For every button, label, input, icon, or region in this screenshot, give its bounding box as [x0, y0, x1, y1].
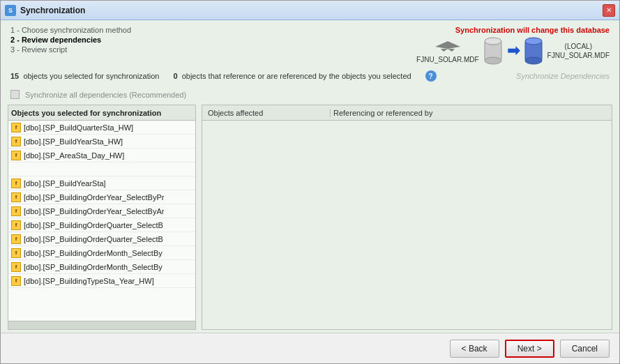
col2-header: Referencing or referenced by	[331, 109, 435, 117]
selected-count-label: 15 objects you selected for synchronizat…	[10, 72, 159, 80]
reference-count: 0	[173, 72, 177, 80]
dest-db-name: FJNU_SOLAR.MDF	[547, 52, 610, 59]
close-button[interactable]: ✕	[603, 4, 615, 17]
reference-label-text: objects that reference or are referenced…	[182, 72, 411, 80]
svg-point-6	[525, 38, 542, 45]
sync-info-area: Synchronization will change this databas…	[416, 26, 610, 65]
selected-panel-header-text: Objects you selected for synchronization	[11, 109, 161, 117]
sync-warning: Synchronization will change this databas…	[455, 26, 610, 34]
list-item: f [dbo].[SP_BuildingOrderMonth_SelectBy	[8, 246, 195, 260]
content-area: 1 - Choose synchronization method 2 - Re…	[1, 20, 619, 333]
sp-icon: f	[11, 234, 21, 244]
row-text: [dbo].[SP_BuildYearSta_HW]	[24, 137, 123, 146]
row-text: [dbo].[SP_BuildYearSta]	[24, 179, 106, 188]
row-text: [dbo].[SP_BuildingOrderYear_SelectByPr	[24, 193, 164, 202]
sp-icon: f	[11, 276, 21, 286]
svg-point-4	[485, 57, 501, 64]
row-text: [dbo].[SP_BuildingOrderQuarter_SelectB	[24, 221, 163, 229]
svg-marker-0	[435, 41, 460, 49]
reference-count-label: 0 objects that reference or are referenc…	[173, 72, 411, 80]
cancel-button[interactable]: Cancel	[560, 340, 610, 358]
selected-count: 15	[10, 72, 19, 80]
row-text: [dbo].[SP_BuildingTypeSta_Year_HW]	[24, 277, 154, 285]
row-text: [dbo].[SP_BuildingOrderMonth_SelectBy	[24, 249, 162, 257]
step-2: 2 - Review dependencies	[10, 36, 131, 44]
list-item: f [dbo].[SP_BuildingOrderYear_SelectByPr	[8, 190, 195, 204]
list-item: f [dbo].[SP_BuildingOrderQuarter_SelectB	[8, 218, 195, 232]
next-button[interactable]: Next >	[505, 340, 554, 358]
affected-panel-header: Objects affected Referencing or referenc…	[202, 105, 612, 121]
footer: < Back Next > Cancel	[1, 333, 619, 363]
sp-icon: f	[11, 206, 21, 216]
selected-objects-list[interactable]: f [dbo].[SP_BuildQuarterSta_HW] f [dbo].…	[8, 121, 195, 321]
sync-deps-checkbox[interactable]	[10, 90, 20, 99]
selected-panel-header: Objects you selected for synchronization	[8, 105, 195, 121]
horizontal-scrollbar-left[interactable]	[8, 321, 195, 329]
sp-icon: f	[11, 262, 21, 272]
tables-row: Objects you selected for synchronization…	[8, 105, 612, 330]
list-item: f [dbo].[SP_BuildYearSta_HW]	[8, 135, 195, 149]
counts-row: 15 objects you selected for synchronizat…	[8, 68, 612, 84]
svg-marker-1	[441, 49, 455, 52]
list-item: f [dbo].[SP_AreaSta_Day_HW]	[8, 149, 195, 162]
dest-db-note: (LOCAL)	[565, 43, 592, 50]
row-text: [dbo].[SP_BuildingOrderMonth_SelectBy	[24, 263, 162, 271]
arrow-icon: ➡	[507, 42, 520, 60]
db-flow: FJNU_SOLAR.MDF ➡	[416, 37, 610, 65]
list-item: f [dbo].[SP_BuildQuarterSta_HW]	[8, 121, 195, 135]
back-button[interactable]: < Back	[450, 340, 499, 358]
sync-deps-row: Synchronize all dependencies (Recommende…	[8, 89, 612, 100]
sp-icon: f	[11, 192, 21, 202]
sync-deps-label: Synchronize all dependencies (Recommende…	[25, 91, 186, 99]
source-db-icon: FJNU_SOLAR.MDF	[416, 39, 478, 63]
source-db-name: FJNU_SOLAR.MDF	[416, 56, 478, 63]
help-icon[interactable]: ?	[425, 70, 437, 82]
main-window: S Synchronization ✕ 1 - Choose synchroni…	[0, 0, 620, 364]
selected-label-text: objects you selected for synchronization	[23, 72, 159, 80]
row-text: [dbo].[SP_BuildQuarterSta_HW]	[24, 123, 133, 132]
list-item: f [dbo].[SP_BuildingOrderMonth_SelectBy	[8, 260, 195, 274]
row-text: [dbo].[SP_BuildingOrderYear_SelectByAr	[24, 207, 164, 215]
sp-icon: f	[11, 220, 21, 230]
sp-icon: f	[11, 179, 21, 188]
list-item: f [dbo].[SP_BuildingTypeSta_Year_HW]	[8, 274, 195, 288]
window-icon: S	[5, 5, 16, 16]
steps-header: 1 - Choose synchronization method 2 - Re…	[1, 20, 619, 68]
main-area: 15 objects you selected for synchronizat…	[1, 68, 619, 333]
title-bar: S Synchronization ✕	[1, 1, 619, 20]
affected-objects-panel: Objects affected Referencing or referenc…	[202, 105, 612, 330]
row-text: [dbo].[SP_AreaSta_Day_HW]	[24, 151, 124, 160]
svg-point-3	[485, 38, 501, 45]
step-3: 3 - Review script	[10, 45, 131, 54]
title-bar-left: S Synchronization	[5, 5, 85, 16]
sp-icon: f	[11, 137, 21, 146]
synchronize-hint: Synchronize Dependencies	[516, 72, 610, 80]
list-item: f [dbo].[SP_BuildingOrderQuarter_SelectB	[8, 232, 195, 246]
svg-point-7	[525, 57, 542, 64]
affected-objects-list[interactable]	[202, 121, 612, 329]
row-text: [dbo].[SP_BuildingOrderQuarter_SelectB	[24, 235, 163, 243]
list-item: f [dbo].[SP_BuildingOrderYear_SelectByAr	[8, 204, 195, 218]
sp-icon: f	[11, 151, 21, 160]
list-item-empty	[8, 162, 195, 176]
sp-icon: f	[11, 123, 21, 132]
list-item: f [dbo].[SP_BuildYearSta]	[8, 176, 195, 190]
step-1: 1 - Choose synchronization method	[10, 26, 131, 34]
steps-list: 1 - Choose synchronization method 2 - Re…	[10, 26, 131, 54]
window-title: Synchronization	[20, 6, 85, 15]
selected-objects-panel: Objects you selected for synchronization…	[8, 105, 196, 330]
col1-header: Objects affected	[205, 109, 331, 117]
dest-db-icon: (LOCAL) FJNU_SOLAR.MDF	[547, 43, 610, 59]
sp-icon: f	[11, 248, 21, 258]
